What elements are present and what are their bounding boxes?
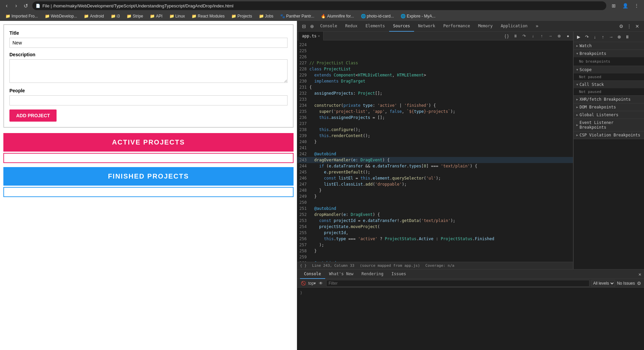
global-section-header[interactable]: ▶ Global Listeners (574, 111, 644, 119)
finished-projects-header: FINISHED PROJECTS (3, 167, 294, 186)
csp-section-header[interactable]: ▶ CSP Violation Breakpoints (574, 131, 644, 139)
line-num: 243 (297, 157, 309, 163)
line-num: 242 (297, 151, 309, 157)
profile-button[interactable]: 👤 (620, 1, 630, 10)
line-content: const projectId = e.dataTransfer!.getDat… (309, 218, 455, 224)
console-input[interactable] (304, 290, 641, 295)
tab-redux[interactable]: Redux (341, 21, 362, 32)
console-top-btn[interactable]: top ▾ (309, 280, 315, 287)
bookmark-i3[interactable]: 📁 i3 (108, 13, 123, 19)
people-input[interactable] (9, 95, 287, 105)
step-into-btn[interactable]: ↓ (529, 32, 537, 40)
line-content: listEl.classList.add('droppable'); (309, 181, 407, 187)
bookmark-linux[interactable]: 📁 Linux (167, 13, 188, 19)
console-close-icon[interactable]: ✕ (639, 272, 641, 277)
console-tab-console[interactable]: Console (300, 269, 325, 279)
console-clear-btn[interactable]: 🚫 (300, 280, 307, 287)
step-btn[interactable]: → (547, 32, 554, 40)
browser-actions: ⊞ 👤 ⋮ (609, 1, 641, 10)
tab-sources[interactable]: Sources (389, 21, 414, 32)
resume-btn[interactable]: ▶ (575, 33, 582, 40)
file-tab-close-icon[interactable]: ✕ (318, 34, 320, 38)
bookmark-imported[interactable]: 📁 Imported Fro... (3, 13, 41, 19)
scope-section-header[interactable]: ▼ Scope (574, 66, 644, 73)
devtools-dock-btn[interactable]: ⊟ (300, 22, 308, 30)
bookmark-webdev[interactable]: 📁 WebDevelop... (42, 13, 80, 19)
console-tab-issues[interactable]: Issues (387, 269, 410, 279)
pause-on-exceptions-btn[interactable]: ⏸ (623, 33, 631, 40)
title-input[interactable] (9, 38, 287, 48)
sidebar-toolbar: ▶ ↷ ↓ ↑ → ⊗ ⏸ (574, 32, 644, 42)
breakpoints-btn[interactable]: ● (564, 32, 572, 40)
console-tab-rendering[interactable]: Rendering (358, 269, 387, 279)
console-toolbar: 🚫 top ▾ 👁 All levels No Issues ⚙ (297, 279, 644, 288)
settings-button[interactable]: ⋮ (632, 1, 641, 10)
bookmark-alumni[interactable]: 🔥 Alumnifire for... (318, 13, 357, 19)
devtools-curly-icon[interactable]: { } (300, 263, 307, 268)
bookmark-photo[interactable]: 🌐 photo-id-card... (358, 13, 397, 19)
console-tab-whats-new[interactable]: What's New (325, 269, 358, 279)
file-tab-app-ts[interactable]: app.ts ✕ (299, 32, 324, 40)
bookmark-panther[interactable]: 🐾 Panther Pantr... (277, 13, 317, 19)
reload-button[interactable]: ↺ (22, 2, 30, 10)
pretty-print-btn[interactable]: { } (503, 32, 510, 40)
bookmark-android[interactable]: 📁 Android (81, 13, 106, 19)
devtools-more-options-btn[interactable]: ⋮ (625, 22, 633, 30)
bookmark-jobs[interactable]: 📁 Jobs (256, 13, 276, 19)
tab-console[interactable]: Console (316, 21, 341, 32)
devtools-inspect-btn[interactable]: ⊕ (308, 22, 316, 30)
bookmark-api[interactable]: 📁 API (147, 13, 165, 19)
call-stack-section-header[interactable]: ▼ Call Stack (574, 81, 644, 88)
step-over-btn[interactable]: ↷ (520, 32, 528, 40)
pause-btn[interactable]: ⏸ (512, 32, 519, 40)
step-into-sidebar-btn[interactable]: ↓ (591, 33, 599, 40)
code-line: 255 projectId, (297, 230, 573, 236)
line-content: { (309, 84, 312, 90)
console-filter-input[interactable] (326, 280, 589, 287)
bookmark-explore[interactable]: 🌐 Explore - MyA... (398, 13, 438, 19)
line-num: 239 (297, 133, 309, 139)
devtools-settings-btn[interactable]: ⚙ (617, 22, 625, 30)
no-issues-btn[interactable]: No Issues (617, 281, 635, 286)
bookmark-icon-webdev: 📁 (45, 14, 50, 19)
xhr-section-header[interactable]: ▶ XHR/fetch Breakpoints (574, 96, 644, 103)
line-num: 254 (297, 224, 309, 230)
bookmark-react[interactable]: 📁 React Modules (189, 13, 227, 19)
csp-section: ▶ CSP Violation Breakpoints (574, 131, 644, 139)
devtools: ⊟ ⊕ Console Redux Elements Sources Netwo… (297, 21, 644, 350)
deactivate-sidebar-btn[interactable]: ⊗ (615, 33, 623, 40)
event-section-header[interactable]: ▶ Event Listener Breakpoints (574, 119, 644, 131)
forward-button[interactable]: › (12, 2, 20, 10)
tab-performance[interactable]: Performance (439, 21, 474, 32)
csp-label: CSP Violation Breakpoints (579, 133, 640, 137)
tab-memory[interactable]: Memory (474, 21, 497, 32)
tab-elements[interactable]: Elements (362, 21, 389, 32)
code-line: 226 (297, 54, 573, 60)
bookmark-icon-stripe: 📁 (127, 14, 132, 19)
description-textarea[interactable] (9, 59, 287, 83)
add-project-button[interactable]: ADD PROJECT (9, 109, 57, 122)
extensions-button[interactable]: ⊞ (609, 1, 618, 10)
tab-application[interactable]: Application (497, 21, 532, 32)
code-line: 249 } (297, 193, 573, 199)
back-button[interactable]: ‹ (3, 2, 11, 10)
breakpoints-section-header[interactable]: ▼ Breakpoints (574, 50, 644, 57)
console-settings-btn[interactable]: ⚙ (637, 281, 641, 286)
devtools-close-btn[interactable]: ✕ (633, 22, 641, 30)
deactivate-btn[interactable]: ⊗ (555, 32, 563, 40)
tab-network[interactable]: Network (414, 21, 439, 32)
step-out-sidebar-btn[interactable]: ↑ (599, 33, 607, 40)
tab-more[interactable]: » (532, 21, 542, 32)
step-over-sidebar-btn[interactable]: ↷ (583, 33, 590, 40)
bookmark-stripe[interactable]: 📁 Stripe (124, 13, 146, 19)
step-out-btn[interactable]: ↑ (538, 32, 545, 40)
line-num: 232 (297, 90, 309, 96)
bookmark-projects[interactable]: 📁 Projects (229, 13, 255, 19)
watch-section-header[interactable]: ▶ Watch (574, 42, 644, 50)
address-bar-input[interactable] (42, 3, 603, 8)
no-breakpoints-content: No breakpoints (574, 57, 644, 66)
console-level-select[interactable]: All levels (591, 280, 615, 287)
console-eye-btn[interactable]: 👁 (317, 280, 324, 287)
dom-section-header[interactable]: ▶ DOM Breakpoints (574, 103, 644, 111)
step-sidebar-btn[interactable]: → (607, 33, 615, 40)
